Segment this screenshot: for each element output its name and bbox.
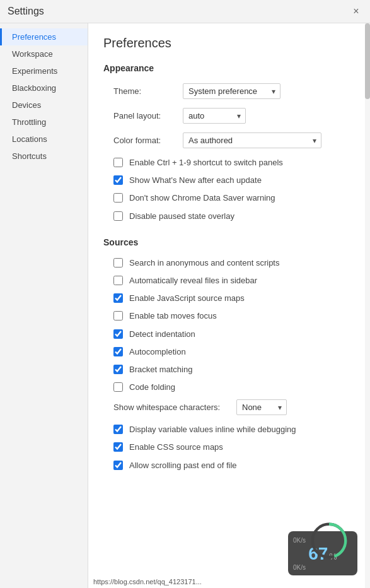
speed-widget: 0K/s 67 % 0K/s bbox=[288, 531, 357, 575]
checkbox-tabmoves[interactable] bbox=[113, 311, 123, 320]
checkbox-reveal[interactable] bbox=[113, 276, 123, 285]
color-format-row: Color format: As authored HEX RGB HSL bbox=[103, 132, 355, 148]
checkbox-pausedstate[interactable] bbox=[113, 211, 123, 221]
theme-row: Theme: System preference Light Dark bbox=[103, 83, 355, 99]
checkbox-reveal-row: Automatically reveal files in sidebar bbox=[103, 275, 355, 286]
sidebar-item-blackboxing[interactable]: Blackboxing bbox=[0, 79, 88, 97]
panel-layout-label: Panel layout: bbox=[113, 111, 183, 121]
checkbox-anon-label: Search in anonymous and content scripts bbox=[129, 257, 279, 269]
checkbox-tabmoves-label: Enable tab moves focus bbox=[129, 310, 217, 322]
checkbox-pausedstate-row: Disable paused state overlay bbox=[103, 211, 355, 222]
checkbox-jssourcemaps-label: Enable JavaScript source maps bbox=[129, 293, 245, 304]
dialog-title: Settings bbox=[8, 6, 44, 17]
checkbox-autocomplete[interactable] bbox=[113, 347, 123, 356]
checkbox-detect[interactable] bbox=[113, 329, 123, 339]
whitespace-select-wrapper: None All Trailing bbox=[236, 399, 287, 415]
checkbox-chromesaver-label: Don't show Chrome Data Saver warning bbox=[129, 192, 275, 204]
sidebar-item-devices[interactable]: Devices bbox=[0, 97, 88, 114]
checkbox-whatsnew-label: Show What's New after each update bbox=[129, 175, 262, 186]
checkbox-reveal-label: Automatically reveal files in sidebar bbox=[129, 275, 257, 286]
checkbox-csssourcemaps-label: Enable CSS source maps bbox=[129, 442, 223, 453]
checkbox-ctrl19-label: Enable Ctrl + 1-9 shortcut to switch pan… bbox=[129, 157, 283, 168]
checkbox-detect-row: Detect indentation bbox=[103, 329, 355, 340]
checkbox-pausedstate-label: Disable paused state overlay bbox=[129, 211, 234, 222]
scrollbar[interactable] bbox=[365, 23, 370, 588]
checkbox-chromesaver[interactable] bbox=[113, 193, 123, 203]
checkbox-inlinevalues-row: Display variable values inline while deb… bbox=[103, 424, 355, 435]
checkbox-jssourcemaps[interactable] bbox=[113, 293, 123, 303]
speed-arc-icon bbox=[294, 519, 364, 563]
sidebar-item-experiments[interactable]: Experiments bbox=[0, 62, 88, 79]
content-area: Preferences Appearance Theme: System pre… bbox=[88, 23, 370, 588]
scrollbar-thumb[interactable] bbox=[365, 23, 370, 99]
sidebar-item-preferences[interactable]: Preferences bbox=[0, 28, 88, 45]
checkbox-bracket[interactable] bbox=[113, 365, 123, 374]
page-title: Preferences bbox=[103, 36, 355, 50]
settings-dialog: Settings × Preferences Workspace Experim… bbox=[0, 0, 370, 588]
checkbox-whatsnew-row: Show What's New after each update bbox=[103, 175, 355, 186]
checkbox-scrollpast[interactable] bbox=[113, 461, 123, 470]
checkbox-detect-label: Detect indentation bbox=[129, 329, 195, 340]
color-format-select[interactable]: As authored HEX RGB HSL bbox=[183, 132, 321, 148]
layout-select[interactable]: auto horizontal vertical bbox=[183, 108, 246, 124]
layout-select-wrapper: auto horizontal vertical bbox=[183, 108, 246, 124]
theme-select[interactable]: System preference Light Dark bbox=[183, 83, 280, 99]
checkbox-bracket-label: Bracket matching bbox=[129, 364, 192, 375]
checkbox-codefolding-row: Code folding bbox=[103, 382, 355, 393]
close-button[interactable]: × bbox=[350, 5, 362, 18]
color-format-label: Color format: bbox=[113, 136, 183, 145]
sidebar-item-locations[interactable]: Locations bbox=[0, 131, 88, 148]
sidebar-item-shortcuts[interactable]: Shortcuts bbox=[0, 148, 88, 165]
checkbox-codefolding-label: Code folding bbox=[129, 382, 175, 393]
checkbox-jssourcemaps-row: Enable JavaScript source maps bbox=[103, 293, 355, 304]
speed-bottom-label: 0K/s bbox=[288, 564, 306, 571]
sidebar-item-throttling[interactable]: Throttling bbox=[0, 114, 88, 131]
checkbox-scrollpast-label: Allow scrolling past end of file bbox=[129, 460, 237, 471]
checkbox-chromesaver-row: Don't show Chrome Data Saver warning bbox=[103, 192, 355, 204]
sidebar-item-workspace[interactable]: Workspace bbox=[0, 45, 88, 62]
color-select-wrapper: As authored HEX RGB HSL bbox=[183, 132, 321, 148]
sources-section-title: Sources bbox=[103, 237, 355, 247]
checkbox-ctrl19-row: Enable Ctrl + 1-9 shortcut to switch pan… bbox=[103, 157, 355, 168]
checkbox-whatsnew[interactable] bbox=[113, 175, 123, 185]
checkbox-inlinevalues-label: Display variable values inline while deb… bbox=[129, 424, 296, 435]
checkbox-bracket-row: Bracket matching bbox=[103, 364, 355, 375]
checkbox-scrollpast-row: Allow scrolling past end of file bbox=[103, 460, 355, 471]
checkbox-csssourcemaps[interactable] bbox=[113, 442, 123, 452]
checkbox-ctrl19[interactable] bbox=[113, 158, 123, 167]
theme-select-wrapper: System preference Light Dark bbox=[183, 83, 280, 99]
checkbox-csssourcemaps-row: Enable CSS source maps bbox=[103, 442, 355, 453]
main-content: Preferences Workspace Experiments Blackb… bbox=[0, 23, 370, 588]
whitespace-select[interactable]: None All Trailing bbox=[236, 399, 287, 415]
checkbox-anon-row: Search in anonymous and content scripts bbox=[103, 257, 355, 269]
checkbox-autocomplete-row: Autocompletion bbox=[103, 346, 355, 358]
sidebar: Preferences Workspace Experiments Blackb… bbox=[0, 23, 88, 588]
checkbox-autocomplete-label: Autocompletion bbox=[129, 346, 186, 358]
checkbox-codefolding[interactable] bbox=[113, 382, 123, 392]
whitespace-row: Show whitespace characters: None All Tra… bbox=[103, 399, 355, 415]
checkbox-inlinevalues[interactable] bbox=[113, 425, 123, 434]
url-bar: https://blog.csdn.net/qq_4123171... bbox=[88, 575, 294, 588]
panel-layout-row: Panel layout: auto horizontal vertical bbox=[103, 108, 355, 124]
checkbox-tabmoves-row: Enable tab moves focus bbox=[103, 310, 355, 322]
appearance-section-title: Appearance bbox=[103, 63, 355, 73]
theme-label: Theme: bbox=[113, 86, 183, 96]
whitespace-label: Show whitespace characters: bbox=[113, 403, 236, 412]
checkbox-anon[interactable] bbox=[113, 258, 123, 268]
title-bar: Settings × bbox=[0, 0, 370, 23]
